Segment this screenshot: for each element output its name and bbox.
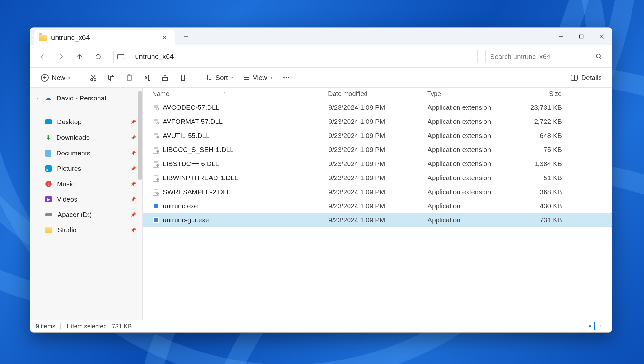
search-input[interactable]: [490, 53, 593, 60]
file-type: Application: [428, 202, 511, 210]
pictures-icon: [45, 165, 52, 172]
chevron-right-icon[interactable]: ›: [36, 96, 38, 101]
pin-icon[interactable]: 📌: [130, 227, 136, 233]
file-list[interactable]: Name ˄ Date modified Type Size AVCODEC-5…: [143, 88, 612, 320]
pin-icon[interactable]: 📌: [130, 151, 136, 156]
back-button[interactable]: [35, 49, 50, 64]
file-type: Application extension: [428, 188, 511, 196]
copy-button[interactable]: [103, 71, 119, 85]
svg-rect-13: [128, 75, 130, 76]
file-row[interactable]: AVUTIL-55.DLL9/23/2024 1:09 PMApplicatio…: [143, 129, 612, 143]
sidebar-item-desktop[interactable]: Desktop📌: [30, 114, 142, 130]
new-tab-button[interactable]: ＋: [178, 28, 194, 45]
details-pane-button[interactable]: Details: [567, 71, 606, 84]
sidebar[interactable]: › ☁ David - Personal Desktop📌⬇Downloads📌…: [30, 88, 143, 320]
sidebar-item-documents[interactable]: Documents📌: [30, 146, 142, 161]
dll-icon: [153, 146, 159, 154]
column-header-size[interactable]: Size: [510, 90, 562, 98]
sidebar-item-downloads[interactable]: ⬇Downloads📌: [30, 130, 142, 146]
file-type: Application extension: [428, 104, 511, 111]
file-row[interactable]: LIBGCC_S_SEH-1.DLL9/23/2024 1:09 PMAppli…: [143, 143, 612, 157]
address-segment[interactable]: untrunc_x64: [135, 52, 174, 61]
status-item-count: 9 items: [36, 323, 55, 330]
sidebar-item-studio[interactable]: Studio📌: [30, 222, 142, 238]
video-icon: ▶: [45, 196, 52, 202]
delete-button[interactable]: [175, 71, 191, 85]
minimize-button[interactable]: [551, 28, 571, 45]
chevron-down-icon: ▾: [231, 75, 233, 80]
column-header-date[interactable]: Date modified: [328, 90, 427, 98]
column-header-type[interactable]: Type: [427, 90, 510, 98]
sidebar-label: Videos: [57, 195, 77, 203]
separator: [36, 110, 136, 110]
more-button[interactable]: [278, 71, 294, 85]
file-row[interactable]: untrunc-gui.exe9/23/2024 1:09 PMApplicat…: [143, 213, 612, 227]
file-size: 1,384 KB: [511, 160, 562, 168]
file-size: 430 KB: [511, 202, 562, 210]
pin-icon[interactable]: 📌: [130, 119, 136, 124]
new-button[interactable]: + New ▾: [36, 71, 75, 84]
drive-icon: [45, 213, 52, 216]
file-size: 648 KB: [511, 132, 562, 139]
sidebar-scrollbar[interactable]: [138, 91, 142, 180]
view-button[interactable]: View ▾: [239, 71, 276, 84]
pin-icon[interactable]: 📌: [130, 197, 136, 202]
file-row[interactable]: untrunc.exe9/23/2024 1:09 PMApplication4…: [143, 199, 612, 213]
sidebar-item-music[interactable]: ♪Music📌: [30, 176, 142, 192]
status-bar: 9 items 1 item selected 731 KB ≡ ▢: [30, 320, 612, 332]
file-date: 9/23/2024 1:09 PM: [328, 118, 428, 125]
download-icon: ⬇: [45, 133, 51, 142]
pin-icon[interactable]: 📌: [130, 135, 136, 140]
file-date: 9/23/2024 1:09 PM: [328, 174, 428, 182]
sidebar-item-onedrive[interactable]: › ☁ David - Personal: [30, 90, 142, 106]
refresh-button[interactable]: [91, 49, 106, 64]
file-size: 368 KB: [511, 188, 562, 196]
sidebar-label: David - Personal: [57, 94, 106, 102]
details-view-toggle[interactable]: ≡: [585, 322, 595, 330]
cut-button[interactable]: [85, 71, 101, 85]
sidebar-label: Apacer (D:): [58, 211, 92, 218]
tab-close-button[interactable]: ✕: [160, 33, 169, 42]
close-button[interactable]: [592, 28, 612, 45]
thumbnails-view-toggle[interactable]: ▢: [597, 322, 606, 330]
column-header-name[interactable]: Name ˄: [152, 90, 328, 98]
pin-icon[interactable]: 📌: [130, 212, 136, 217]
chevron-right-icon[interactable]: ›: [129, 54, 130, 59]
sidebar-label: Downloads: [56, 134, 90, 141]
rename-button[interactable]: A: [139, 71, 155, 85]
sidebar-item-videos[interactable]: ▶Videos📌: [30, 192, 142, 207]
file-name: untrunc.exe: [163, 202, 198, 210]
file-row[interactable]: LIBSTDC++-6.DLL9/23/2024 1:09 PMApplicat…: [143, 157, 612, 171]
file-row[interactable]: AVCODEC-57.DLL9/23/2024 1:09 PMApplicati…: [143, 100, 612, 115]
forward-button[interactable]: [54, 49, 68, 64]
window-controls: [551, 28, 612, 45]
share-button[interactable]: [157, 71, 173, 85]
file-name: AVUTIL-55.DLL: [163, 132, 210, 139]
up-button[interactable]: [72, 49, 87, 64]
maximize-button[interactable]: [571, 28, 592, 45]
sidebar-label: Music: [57, 180, 75, 188]
paste-button[interactable]: [121, 71, 137, 85]
pin-icon[interactable]: 📌: [130, 166, 136, 171]
cloud-icon: ☁: [44, 94, 51, 102]
svg-rect-1: [580, 35, 583, 38]
file-type: Application extension: [428, 146, 511, 154]
search-icon[interactable]: [596, 53, 602, 60]
search-box[interactable]: [485, 49, 607, 64]
pin-icon[interactable]: 📌: [130, 181, 136, 186]
file-row[interactable]: SWRESAMPLE-2.DLL9/23/2024 1:09 PMApplica…: [143, 185, 612, 199]
file-name: LIBGCC_S_SEH-1.DLL: [163, 146, 234, 154]
sidebar-item-apacer-d-[interactable]: Apacer (D:)📌: [30, 207, 142, 222]
tab-untrunc[interactable]: untrunc_x64 ✕: [34, 30, 175, 45]
address-bar[interactable]: › untrunc_x64: [113, 49, 478, 64]
svg-point-23: [286, 77, 287, 78]
body-area: › ☁ David - Personal Desktop📌⬇Downloads📌…: [30, 88, 612, 320]
sidebar-item-pictures[interactable]: Pictures📌: [30, 161, 142, 176]
file-name: SWRESAMPLE-2.DLL: [163, 188, 230, 196]
file-date: 9/23/2024 1:09 PM: [328, 188, 428, 196]
dll-icon: [153, 174, 159, 182]
file-row[interactable]: AVFORMAT-57.DLL9/23/2024 1:09 PMApplicat…: [143, 115, 612, 129]
file-row[interactable]: LIBWINPTHREAD-1.DLL9/23/2024 1:09 PMAppl…: [143, 171, 612, 185]
navbar: › untrunc_x64: [30, 45, 612, 68]
sort-button[interactable]: Sort ▾: [201, 71, 237, 84]
